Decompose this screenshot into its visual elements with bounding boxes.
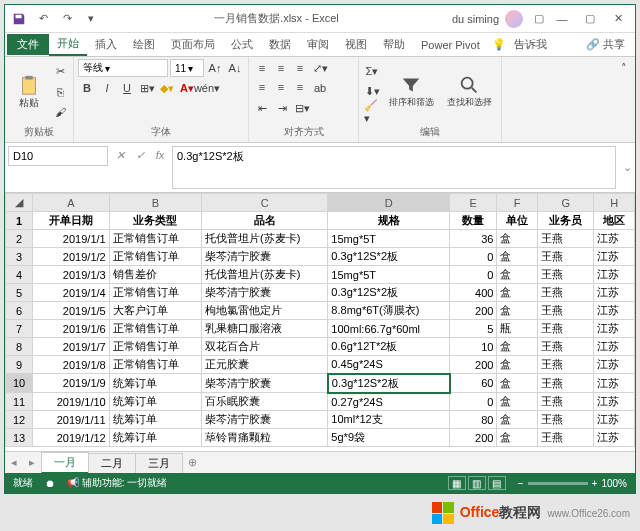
cell[interactable]: 100ml:66.7g*60ml bbox=[328, 320, 450, 338]
indent-increase-icon[interactable]: ⇥ bbox=[273, 99, 291, 117]
table-header-cell[interactable]: 地区 bbox=[594, 212, 635, 230]
col-header-E[interactable]: E bbox=[450, 194, 497, 212]
enter-formula-icon[interactable]: ✓ bbox=[131, 146, 149, 164]
grow-font-icon[interactable]: A↑ bbox=[206, 59, 224, 77]
cell[interactable]: 盒 bbox=[497, 338, 538, 356]
macro-record-icon[interactable]: ⏺ bbox=[45, 478, 55, 489]
cell[interactable]: 江苏 bbox=[594, 266, 635, 284]
cell[interactable]: 柴芩清宁胶囊 bbox=[202, 411, 328, 429]
cell[interactable]: 正常销售订单 bbox=[109, 248, 201, 266]
page-break-view-icon[interactable]: ▤ bbox=[488, 476, 506, 490]
cell[interactable]: 百乐眠胶囊 bbox=[202, 393, 328, 411]
align-bottom-icon[interactable]: ≡ bbox=[291, 59, 309, 77]
cell[interactable]: 10 bbox=[450, 338, 497, 356]
cell[interactable]: 15mg*5T bbox=[328, 266, 450, 284]
cell[interactable]: 36 bbox=[450, 230, 497, 248]
cell[interactable]: 8.8mg*6T(薄膜衣) bbox=[328, 302, 450, 320]
italic-icon[interactable]: I bbox=[98, 79, 116, 97]
cell[interactable]: 0.27g*24S bbox=[328, 393, 450, 411]
cell[interactable]: 江苏 bbox=[594, 356, 635, 374]
cell[interactable]: 盒 bbox=[497, 248, 538, 266]
tab-formulas[interactable]: 公式 bbox=[223, 34, 261, 55]
formula-input[interactable]: 0.3g*12S*2板 bbox=[172, 146, 616, 189]
normal-view-icon[interactable]: ▦ bbox=[448, 476, 466, 490]
cell[interactable]: 正常销售订单 bbox=[109, 284, 201, 302]
cell[interactable]: 瓶 bbox=[497, 320, 538, 338]
cell[interactable]: 王燕 bbox=[538, 230, 594, 248]
tab-review[interactable]: 审阅 bbox=[299, 34, 337, 55]
cell[interactable]: 统筹订单 bbox=[109, 393, 201, 411]
avatar[interactable] bbox=[505, 10, 523, 28]
qat-dropdown-icon[interactable]: ▾ bbox=[81, 9, 101, 29]
cell[interactable]: 江苏 bbox=[594, 374, 635, 393]
expand-formula-icon[interactable]: ⌄ bbox=[619, 143, 635, 192]
fx-icon[interactable]: fx bbox=[151, 146, 169, 164]
cell[interactable]: 王燕 bbox=[538, 411, 594, 429]
sheet-tab-2[interactable]: 二月 bbox=[88, 453, 136, 473]
maximize-icon[interactable]: ▢ bbox=[577, 9, 603, 29]
border-icon[interactable]: ⊞▾ bbox=[138, 79, 156, 97]
align-right-icon[interactable]: ≡ bbox=[291, 78, 309, 96]
underline-icon[interactable]: U bbox=[118, 79, 136, 97]
zoom-in-icon[interactable]: + bbox=[592, 478, 598, 489]
col-header-G[interactable]: G bbox=[538, 194, 594, 212]
cell[interactable]: 江苏 bbox=[594, 411, 635, 429]
tab-home[interactable]: 开始 bbox=[49, 33, 87, 56]
col-header-B[interactable]: B bbox=[109, 194, 201, 212]
table-header-cell[interactable]: 开单日期 bbox=[33, 212, 110, 230]
clear-icon[interactable]: 🧹▾ bbox=[363, 103, 381, 121]
cell[interactable]: 2019/1/5 bbox=[33, 302, 110, 320]
cell[interactable]: 王燕 bbox=[538, 302, 594, 320]
cell[interactable]: 80 bbox=[450, 411, 497, 429]
cell[interactable]: 0.3g*12S*2板 bbox=[328, 374, 450, 393]
row-header[interactable]: 6 bbox=[6, 302, 33, 320]
cell[interactable]: 王燕 bbox=[538, 374, 594, 393]
align-top-icon[interactable]: ≡ bbox=[253, 59, 271, 77]
cell[interactable]: 正常销售订单 bbox=[109, 230, 201, 248]
row-header[interactable]: 9 bbox=[6, 356, 33, 374]
cell[interactable]: 江苏 bbox=[594, 393, 635, 411]
cell[interactable]: 江苏 bbox=[594, 230, 635, 248]
cell[interactable]: 江苏 bbox=[594, 429, 635, 447]
cell[interactable]: 盒 bbox=[497, 266, 538, 284]
cell[interactable]: 正元胶囊 bbox=[202, 356, 328, 374]
cell[interactable]: 200 bbox=[450, 429, 497, 447]
cell[interactable]: 0 bbox=[450, 248, 497, 266]
cell[interactable]: 盒 bbox=[497, 393, 538, 411]
table-header-cell[interactable]: 单位 bbox=[497, 212, 538, 230]
cell[interactable]: 江苏 bbox=[594, 320, 635, 338]
cell[interactable]: 2019/1/9 bbox=[33, 374, 110, 393]
cell[interactable]: 盒 bbox=[497, 284, 538, 302]
phonetic-icon[interactable]: wén▾ bbox=[198, 79, 216, 97]
cell[interactable]: 江苏 bbox=[594, 302, 635, 320]
tab-insert[interactable]: 插入 bbox=[87, 34, 125, 55]
cell[interactable]: 统筹订单 bbox=[109, 374, 201, 393]
col-header-H[interactable]: H bbox=[594, 194, 635, 212]
tellme[interactable]: 告诉我 bbox=[506, 34, 555, 55]
row-header[interactable]: 12 bbox=[6, 411, 33, 429]
row-header[interactable]: 5 bbox=[6, 284, 33, 302]
cell[interactable]: 5 bbox=[450, 320, 497, 338]
tab-data[interactable]: 数据 bbox=[261, 34, 299, 55]
cell[interactable]: 盒 bbox=[497, 429, 538, 447]
cell[interactable]: 统筹订单 bbox=[109, 429, 201, 447]
sheet-tab-3[interactable]: 三月 bbox=[135, 453, 183, 473]
sheet-nav-next-icon[interactable]: ▸ bbox=[23, 456, 41, 469]
cell[interactable]: 2019/1/12 bbox=[33, 429, 110, 447]
find-select-button[interactable]: 查找和选择 bbox=[441, 62, 497, 122]
wrap-text-icon[interactable]: ab bbox=[311, 79, 329, 97]
tab-help[interactable]: 帮助 bbox=[375, 34, 413, 55]
table-header-cell[interactable]: 规格 bbox=[328, 212, 450, 230]
cell[interactable]: 正常销售订单 bbox=[109, 320, 201, 338]
row-header[interactable]: 4 bbox=[6, 266, 33, 284]
select-all[interactable]: ◢ bbox=[6, 194, 33, 212]
cell[interactable]: 王燕 bbox=[538, 429, 594, 447]
cell[interactable]: 枸地氯雷他定片 bbox=[202, 302, 328, 320]
font-size-combo[interactable]: 11 ▾ bbox=[170, 59, 204, 77]
cell[interactable]: 0.6g*12T*2板 bbox=[328, 338, 450, 356]
sheet-nav-prev-icon[interactable]: ◂ bbox=[5, 456, 23, 469]
file-tab[interactable]: 文件 bbox=[7, 34, 49, 55]
row-header[interactable]: 7 bbox=[6, 320, 33, 338]
cell[interactable]: 柴芩清宁胶囊 bbox=[202, 374, 328, 393]
cell[interactable]: 盒 bbox=[497, 356, 538, 374]
